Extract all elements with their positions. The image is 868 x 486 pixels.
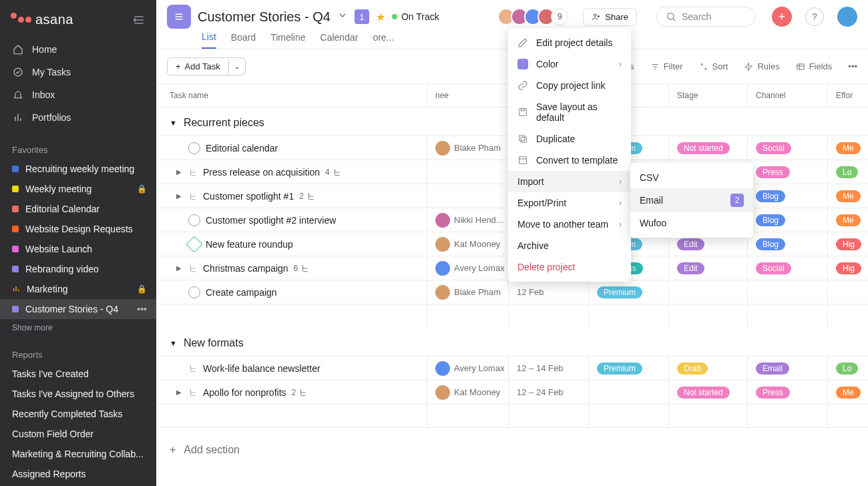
tab-board[interactable]: Board — [231, 32, 256, 48]
channel-pill[interactable]: Social — [756, 262, 791, 274]
sidebar-item[interactable]: Weekly meeting🔒 — [0, 179, 156, 199]
nav-my-tasks[interactable]: My Tasks — [0, 61, 156, 83]
sidebar-item[interactable]: Marketing🔒 — [0, 279, 156, 299]
report-item[interactable]: Marketing & Recruiting Collab... — [0, 444, 156, 464]
sidebar-item[interactable]: Recruiting weekly meeting — [0, 159, 156, 179]
due-date[interactable]: 12 Feb — [509, 280, 589, 304]
effort-pill[interactable]: Me — [836, 142, 861, 154]
effort-pill[interactable]: Me — [836, 214, 861, 226]
report-item[interactable]: Custom Field Order — [0, 424, 156, 444]
due-date[interactable]: 12 – 24 Feb — [509, 381, 589, 404]
effort-pill[interactable]: Me — [836, 190, 861, 202]
stage-pill[interactable]: Edit — [677, 238, 704, 250]
channel-pill[interactable]: Blog — [756, 214, 785, 226]
channel-pill[interactable]: Social — [756, 142, 791, 154]
sort-button[interactable]: Sort — [699, 61, 728, 71]
menu-import[interactable]: Import › — [508, 171, 631, 192]
col-stage[interactable]: Stage — [669, 84, 748, 107]
complete-task-icon[interactable] — [188, 214, 200, 226]
col-effort[interactable]: Effor — [828, 84, 868, 107]
stage-pill[interactable]: Not started — [677, 142, 730, 154]
sidebar-item[interactable]: Website Launch — [0, 239, 156, 259]
channel-pill[interactable]: Blog — [756, 190, 785, 202]
add-section-button[interactable]: +Add section — [156, 428, 868, 456]
show-more[interactable]: Show more — [0, 319, 156, 340]
stage-pill[interactable]: Edit — [677, 262, 704, 274]
expand-icon[interactable]: ▶ — [176, 192, 183, 200]
expand-icon[interactable]: ▶ — [176, 389, 183, 396]
menu-save-layout[interactable]: Save layout as default — [508, 96, 631, 128]
search-input[interactable]: Search — [656, 7, 756, 27]
channel-pill[interactable]: Blog — [756, 238, 785, 250]
sidebar-item[interactable]: Website Design Requests — [0, 219, 156, 239]
more-icon[interactable]: ••• — [137, 304, 147, 314]
member-avatars[interactable]: 9 — [501, 8, 568, 25]
col-assignee[interactable]: nee — [427, 84, 509, 107]
filter-button[interactable]: Filter — [650, 61, 683, 71]
task-row[interactable]: Work-life balance newsletterAvery Lomax1… — [156, 356, 868, 380]
star-icon[interactable]: ★ — [376, 11, 385, 23]
complete-task-icon[interactable] — [188, 286, 200, 298]
task-row[interactable]: Create campaignBlake Pham12 FebPremium — [156, 280, 868, 304]
milestone-icon[interactable] — [186, 236, 202, 252]
tab-timeline[interactable]: Timeline — [270, 32, 305, 48]
due-date[interactable]: 12 – 14 Feb — [509, 356, 589, 380]
tab-calendar[interactable]: Calendar — [320, 32, 359, 48]
report-item[interactable]: Recently Completed Tasks — [0, 404, 156, 424]
project-icon[interactable] — [167, 5, 191, 29]
add-task-button[interactable]: +Add Task ⌄ — [167, 57, 246, 75]
me-avatar[interactable] — [837, 7, 857, 27]
effort-pill[interactable]: Lo — [836, 166, 858, 178]
report-item[interactable]: Tasks I've Assigned to Others — [0, 384, 156, 404]
menu-archive[interactable]: Archive — [508, 235, 631, 256]
submenu-email[interactable]: Email 2 — [630, 188, 753, 212]
expand-icon[interactable]: ▶ — [176, 264, 183, 272]
effort-pill[interactable]: Hig — [836, 262, 861, 274]
col-channel[interactable]: Channel — [748, 84, 828, 107]
rules-button[interactable]: Rules — [744, 61, 779, 71]
channel-pill[interactable]: Press — [756, 387, 790, 399]
menu-edit-details[interactable]: Edit project details — [508, 32, 631, 53]
project-dropdown-icon[interactable] — [337, 10, 348, 23]
complete-task-icon[interactable] — [188, 142, 200, 154]
menu-convert-template[interactable]: Convert to template — [508, 150, 631, 171]
menu-export[interactable]: Export/Print › — [508, 192, 631, 214]
effort-pill[interactable]: Hig — [836, 238, 861, 250]
add-task-dropdown[interactable]: ⌄ — [228, 59, 245, 73]
submenu-csv[interactable]: CSV — [630, 167, 753, 188]
effort-pill[interactable]: Lo — [836, 362, 858, 375]
tab-more[interactable]: ore... — [373, 32, 394, 48]
avatar-count[interactable]: 9 — [551, 8, 568, 25]
sidebar-item[interactable]: Customer Stories - Q4••• — [0, 299, 156, 319]
sidebar-item[interactable]: Editorial Calendar — [0, 199, 156, 219]
effort-pill[interactable]: Me — [836, 387, 861, 399]
sidebar-item[interactable]: Rebranding video — [0, 259, 156, 279]
empty-row[interactable] — [156, 404, 868, 428]
col-task-name[interactable]: Task name — [156, 84, 427, 107]
menu-copy-link[interactable]: Copy project link — [508, 75, 631, 96]
submenu-wufoo[interactable]: Wufoo — [630, 212, 753, 234]
collapse-sidebar-icon[interactable] — [132, 13, 146, 27]
nav-portfolios[interactable]: Portfolios — [0, 106, 156, 129]
menu-delete[interactable]: Delete project — [508, 256, 631, 278]
global-add-button[interactable]: + — [772, 7, 792, 27]
fields-button[interactable]: Fields — [796, 61, 833, 71]
status-pill[interactable]: On Track — [392, 11, 439, 22]
brand-logo[interactable]: asana — [11, 12, 73, 27]
nav-home[interactable]: Home — [0, 38, 156, 61]
stage-pill[interactable]: Not started — [677, 387, 730, 399]
stage-pill[interactable]: Draft — [677, 362, 708, 375]
report-item[interactable]: Tasks I've Created — [0, 364, 156, 384]
tab-list[interactable]: List — [202, 31, 216, 49]
help-button[interactable]: ? — [805, 7, 824, 26]
menu-duplicate[interactable]: Duplicate — [508, 128, 631, 150]
nav-inbox[interactable]: Inbox — [0, 83, 156, 106]
report-item[interactable]: Assigned Reports — [0, 464, 156, 484]
more-button[interactable]: ••• — [848, 61, 857, 71]
audience-pill[interactable]: Premium — [597, 362, 642, 375]
section-header[interactable]: ▼New formats — [156, 328, 868, 356]
audience-pill[interactable]: Premium — [597, 286, 642, 298]
menu-move-team[interactable]: Move to another team › — [508, 214, 631, 235]
task-row[interactable]: ▶Apollo for nonprofits2 Kat Mooney12 – 2… — [156, 380, 868, 404]
expand-icon[interactable]: ▶ — [176, 168, 183, 176]
